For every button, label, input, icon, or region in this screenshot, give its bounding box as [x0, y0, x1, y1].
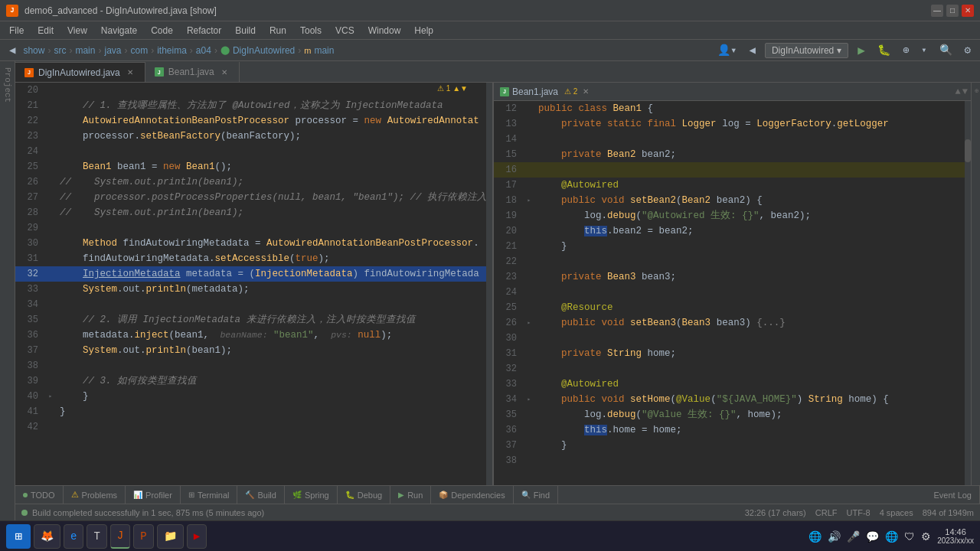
start-button[interactable]: ⊞ [6, 524, 31, 549]
code-line-30: 30 Method findAutowiringMetadata = Autow… [15, 236, 486, 251]
breadcrumb-itheima[interactable]: itheima [157, 45, 187, 56]
minimize-button[interactable]: — [931, 5, 943, 17]
deps-label: Dependencies [451, 491, 505, 500]
bottom-tab-find[interactable]: 🔍 Find [514, 486, 558, 504]
taskbar-text[interactable]: T [87, 524, 106, 549]
taskbar-ppt[interactable]: P [133, 524, 153, 549]
code-line-25: 25 Bean1 bean1 = new Bean1(); [15, 159, 486, 174]
run-config-dropdown[interactable]: DigInAutowired ▾ [765, 43, 848, 58]
encoding[interactable]: UTF-8 [847, 508, 871, 517]
left-code-editor[interactable]: ⚠ 1 ▲▼ 20 21 // 1. 查找哪些属性、方法加了 @Autowire… [15, 83, 486, 485]
tab-close-dig[interactable]: ✕ [125, 67, 136, 78]
window-controls[interactable]: — □ ✕ [931, 5, 974, 17]
tab-bean1[interactable]: J Bean1.java ✕ [145, 62, 240, 82]
taskbar-firefox[interactable]: 🦊 [34, 524, 60, 549]
menu-refactor[interactable]: Refactor [181, 24, 227, 37]
right-code-editor[interactable]: 12 public class Bean1 { 13 private stati… [494, 101, 971, 485]
tabs-bar: J DigInAutowired.java ✕ J Bean1.java ✕ [15, 61, 980, 83]
taskbar-ie[interactable]: e [64, 524, 83, 549]
maximize-button[interactable]: □ [946, 5, 959, 17]
search-button[interactable]: 🔍 [936, 42, 956, 58]
code-line-36: 36 metadata.inject(bean1, beanName: "bea… [15, 328, 486, 343]
bottom-tab-profiler[interactable]: 📊 Profiler [126, 486, 181, 504]
back-button[interactable]: ◀ [6, 42, 18, 58]
bottom-tab-spring[interactable]: 🌿 Spring [285, 486, 338, 504]
bottom-tab-build[interactable]: 🔨 Build [237, 486, 284, 504]
system-icon: ⚙ [921, 530, 931, 543]
close-button[interactable]: ✕ [962, 5, 974, 17]
menu-window[interactable]: Window [362, 24, 407, 37]
build-label: Build [257, 491, 276, 500]
right-tab-bean1[interactable]: J Bean1.java ⚠ 2 ✕ [494, 86, 597, 97]
breadcrumb: show › src › main › java › com › itheima… [23, 45, 334, 56]
menu-file[interactable]: File [3, 24, 30, 37]
bottom-tab-problems[interactable]: ⚠ Problems [64, 486, 126, 504]
code-line-21: 21 // 1. 查找哪些属性、方法加了 @Autowired，这称之为 Inj… [15, 98, 486, 113]
tab-icon-java: J [24, 68, 34, 77]
breadcrumb-method[interactable]: main [314, 45, 334, 56]
code-line-22: 22 AutowiredAnnotationBeanPostProcessor … [15, 113, 486, 129]
profile-button[interactable]: 👤▾ [714, 42, 740, 58]
breadcrumb-main[interactable]: main [75, 45, 95, 56]
line-ending[interactable]: CRLF [815, 508, 838, 517]
menu-vcs[interactable]: VCS [329, 24, 361, 37]
back-nav-button[interactable]: ◀ [746, 42, 758, 58]
right-line-12: 12 public class Bean1 { [494, 101, 971, 116]
taskbar-intellij[interactable]: J [110, 524, 130, 549]
breadcrumb-a04[interactable]: a04 [196, 45, 211, 56]
more-run-button[interactable]: ▾ [918, 43, 929, 57]
taskbar-media[interactable]: ▶ [187, 524, 207, 549]
taskbar-files[interactable]: 📁 [157, 524, 184, 549]
code-line-38: 38 [15, 358, 486, 373]
right-tab-close[interactable]: ✕ [580, 86, 591, 97]
menu-build[interactable]: Build [229, 24, 262, 37]
breadcrumb-show[interactable]: show [23, 45, 44, 56]
coverage-button[interactable]: ⊕ [900, 42, 912, 58]
build-icon: 🔨 [245, 491, 254, 499]
code-line-28: 28 // System.out.println(bean1); [15, 205, 486, 220]
breadcrumb-class[interactable]: DigInAutowired [233, 45, 295, 56]
menu-edit[interactable]: Edit [31, 24, 60, 37]
tab-close-bean1[interactable]: ✕ [219, 67, 230, 77]
volume-icon: 🔊 [828, 530, 841, 543]
code-line-34: 34 [15, 297, 486, 312]
indent[interactable]: 4 spaces [880, 508, 913, 517]
menu-navigate[interactable]: Navigate [95, 24, 143, 37]
run-label: Run [407, 491, 423, 500]
menu-view[interactable]: View [61, 24, 93, 37]
breadcrumb-java[interactable]: java [104, 45, 121, 56]
code-line-20: 20 [15, 83, 486, 98]
bottom-tab-event-log[interactable]: Event Log [926, 486, 980, 504]
status-right: 32:26 (17 chars) CRLF UTF-8 4 spaces 894… [745, 508, 974, 517]
right-scrollbar[interactable] [965, 101, 971, 485]
run-config-label: DigInAutowired [772, 45, 834, 56]
scrollbar-thumb[interactable] [965, 139, 971, 162]
breadcrumb-src[interactable]: src [54, 45, 66, 56]
bottom-tab-run[interactable]: ▶ Run [390, 486, 431, 504]
left-scrollbar[interactable] [486, 83, 492, 485]
project-label[interactable]: Project [0, 64, 15, 106]
right-tab-down[interactable]: ▼ [962, 86, 968, 97]
right-tab-label: Bean1.java [512, 86, 558, 97]
bottom-tab-dependencies[interactable]: 📦 Dependencies [431, 486, 513, 504]
right-tab-up[interactable]: ▲ [956, 86, 961, 97]
bottom-tab-debug[interactable]: 🐛 Debug [338, 486, 390, 504]
right-line-20: 20 this.bean2 = bean2; [494, 223, 971, 239]
bottom-tab-todo[interactable]: TODO [15, 486, 64, 504]
debug-label: Debug [358, 491, 382, 500]
breadcrumb-com[interactable]: com [130, 45, 148, 56]
build-ok-indicator [21, 510, 28, 516]
bottom-tab-terminal[interactable]: ⊞ Terminal [181, 486, 238, 504]
line-count: 894 of 1949m [923, 508, 974, 517]
menu-code[interactable]: Code [145, 24, 179, 37]
terminal-icon: ⊞ [188, 491, 194, 499]
menu-tools[interactable]: Tools [294, 24, 328, 37]
settings-button[interactable]: ⚙ [962, 42, 974, 58]
tab-dig-in-autowired[interactable]: J DigInAutowired.java ✕ [15, 62, 145, 82]
right-line-24: 24 [494, 285, 971, 300]
menu-help[interactable]: Help [408, 24, 439, 37]
menu-run[interactable]: Run [263, 24, 292, 37]
cursor-position[interactable]: 32:26 (17 chars) [745, 508, 806, 517]
debug-button[interactable]: 🐛 [874, 42, 893, 58]
run-button[interactable]: ▶ [854, 41, 868, 60]
